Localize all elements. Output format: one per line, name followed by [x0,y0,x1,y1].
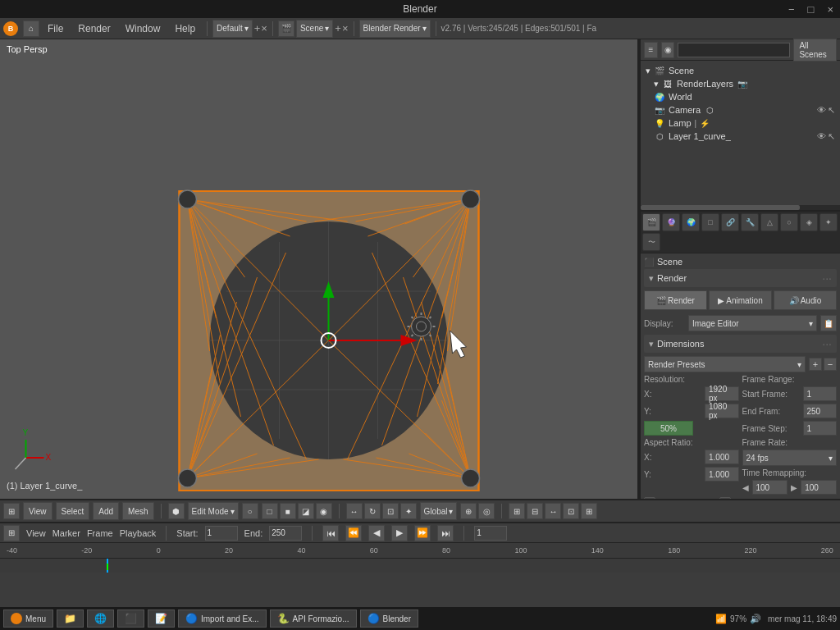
menu-render[interactable]: Render [71,21,116,36]
current-frame-field[interactable]: 1 [474,526,507,541]
scene-item[interactable]: ▾ 🎬 Scene [644,64,837,77]
timeline-playback-menu[interactable]: Playback [120,528,157,538]
start-frame-field[interactable]: 1 [205,526,238,541]
lamp-item[interactable]: 💡 Lamp | ⚡ [644,116,837,130]
start-frame-field[interactable]: 1 [803,386,838,401]
add-btn[interactable]: Add [93,502,119,520]
end-frame-field[interactable]: 250 [803,404,838,418]
time-remap-arrow-right-icon[interactable]: ▶ [791,483,797,492]
percent-field[interactable]: 50% [644,421,693,436]
shading-wire-icon[interactable]: □ [262,503,278,519]
transform-icon3[interactable]: ⊡ [382,503,399,519]
shading-tex-icon[interactable]: ◪ [298,503,314,519]
world-item[interactable]: 🌍 World [644,90,837,103]
object-tab[interactable]: □ [701,213,719,231]
outliner-scrollbar[interactable] [641,205,840,210]
misc-icon4[interactable]: ⊡ [563,503,579,519]
timeline-track[interactable] [0,558,840,573]
constraint-tab[interactable]: 🔗 [721,213,739,231]
timeline-frame-menu[interactable]: Frame [87,528,113,538]
workspace-remove-btn[interactable]: × [261,22,267,34]
render-btn[interactable]: 🎬 Render [644,290,707,310]
menu-file[interactable]: File [41,21,70,36]
renderlayers-item[interactable]: ▾ 🖼 RenderLayers 📷 [644,77,837,90]
time-remap-new-field[interactable]: 100 [801,480,837,495]
render-section-header[interactable]: ▾ Render ··· [644,269,837,287]
physics-tab[interactable]: 〜 [642,233,660,251]
transform-icon4[interactable]: ✦ [400,503,417,519]
timeline-marker-menu[interactable]: Marker [52,528,80,538]
menu-window[interactable]: Window [119,21,167,36]
edit-mode-dropdown[interactable]: Edit Mode ▾ [188,502,239,520]
files-taskbar-btn[interactable]: 📁 [57,609,84,628]
framerate-dropdown[interactable]: 24 fps ▾ [742,450,838,466]
texture-tab[interactable]: ◈ [800,213,818,231]
outliner-view-btn[interactable]: ≡ [644,42,658,58]
shading-rendered-icon[interactable]: ◉ [316,503,332,519]
cro-checkbox[interactable] [719,497,731,499]
engine-dropdown[interactable]: Blender Render ▾ [359,20,431,38]
outliner-search[interactable] [678,43,790,57]
skip-end-btn[interactable]: ⏭ [437,525,454,541]
audio-btn[interactable]: 🔊 Audio [774,290,837,310]
end-frame-field[interactable]: 250 [269,526,302,541]
preset-add-btn[interactable]: + [809,358,822,371]
scene-remove-btn[interactable]: × [342,22,349,34]
data-tab[interactable]: △ [760,213,778,231]
camera-item[interactable]: 📷 Camera ⬡ 👁 ↖ [644,103,837,116]
time-remap-arrow-left-icon[interactable]: ◀ [742,483,749,492]
maximize-button[interactable]: □ [805,3,818,16]
scene-expand[interactable]: ▾ [646,66,651,76]
preset-remove-btn[interactable]: − [824,358,837,371]
layer-eye-icon[interactable]: 👁 [817,131,826,142]
misc-icon3[interactable]: ↔ [545,503,561,519]
time-remap-old-field[interactable]: 100 [752,480,788,495]
render-presets-dropdown[interactable]: Render Presets ▾ [644,356,806,372]
close-button[interactable]: × [824,3,837,16]
api-taskbar-btn[interactable]: 🐍 API Formazio... [270,609,357,628]
display-extra-btn[interactable]: 📋 [820,315,837,331]
renderlayers-expand[interactable]: ▾ [654,79,659,89]
workspace-dropdown[interactable]: Default ▾ [212,20,253,38]
misc-icon2[interactable]: ⊟ [527,503,543,519]
transform-icon2[interactable]: ↻ [364,503,381,519]
proportional-icon[interactable]: ◎ [478,503,495,519]
browser-taskbar-btn[interactable]: 🌐 [87,609,114,628]
global-dropdown[interactable]: Global ▾ [420,502,458,520]
blender-menu-icon[interactable]: ⌂ [23,21,39,37]
modifier-tab[interactable]: 🔧 [741,213,759,231]
play-btn[interactable]: ▶ [391,525,408,541]
display-dropdown[interactable]: Image Editor ▾ [688,315,817,331]
particles-tab[interactable]: ✦ [819,213,838,231]
aspect-x-field[interactable]: 1.000 [705,450,739,464]
step-forward-btn[interactable]: ⏩ [414,525,431,541]
scene-tab[interactable]: 🔮 [662,213,680,231]
minimize-button[interactable]: − [785,3,798,16]
shading-solid-icon[interactable]: ■ [280,503,296,519]
dimensions-section-header[interactable]: ▾ Dimensions ··· [644,335,837,353]
animation-btn[interactable]: ▶ Animation [709,290,772,310]
all-scenes-btn[interactable]: All Scenes [793,39,837,62]
snap-icon[interactable]: ⊕ [460,503,477,519]
outliner-filter-btn[interactable]: ◉ [661,42,675,58]
play-reverse-btn[interactable]: ◀ [368,525,385,541]
camera-eye-icon[interactable]: 👁 [817,105,826,116]
transform-icon1[interactable]: ↔ [346,503,363,519]
scene-dropdown[interactable]: Scene ▾ [296,20,333,38]
skip-start-btn[interactable]: ⏮ [322,525,339,541]
editor-taskbar-btn[interactable]: 📝 [148,609,175,628]
step-back-btn[interactable]: ⏪ [345,525,362,541]
viewport-3d[interactable]: Top Persp [0,39,639,499]
timeline-view-menu[interactable]: View [26,528,46,538]
viewport-bottom-menu-icon[interactable]: ⊞ [3,503,20,519]
blender3-taskbar-btn[interactable]: 🔵 Blender [360,609,418,628]
render-tab[interactable]: 🎬 [642,213,660,231]
bor-checkbox[interactable] [644,497,655,499]
layer-curve-item[interactable]: ⬡ Layer 1_curve_ 👁 ↖ [644,130,837,143]
frame-step-field[interactable]: 1 [803,421,838,436]
select-btn[interactable]: Select [56,502,90,520]
misc-icon1[interactable]: ⊞ [509,503,525,519]
aspect-y-field[interactable]: 1.000 [705,467,739,482]
res-x-field[interactable]: 1920 px [705,386,739,401]
mesh-btn[interactable]: Mesh [122,502,153,520]
